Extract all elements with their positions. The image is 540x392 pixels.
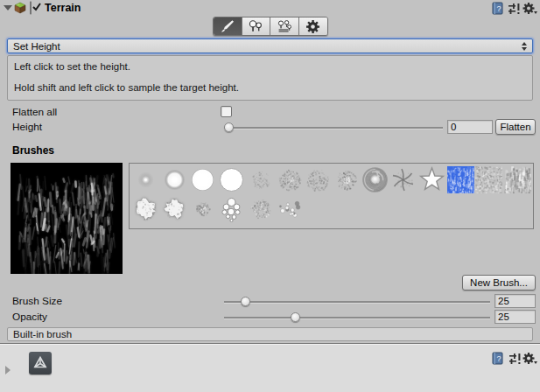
brush-swirl-cloud-thumbnail — [361, 166, 389, 193]
brush-asterisk-splat[interactable] — [389, 166, 417, 193]
details-grass-icon — [277, 18, 292, 34]
brush-round-speckle[interactable] — [304, 166, 331, 193]
terrain-tool-toolbar — [213, 17, 328, 36]
brush-sparse-dots-thumbnail — [276, 195, 303, 222]
presets-icon[interactable] — [508, 3, 522, 16]
popup-arrows-icon — [522, 42, 527, 51]
height-label: Height — [12, 121, 42, 133]
terrain-component-icon — [13, 1, 27, 18]
brush-soft-circle[interactable] — [161, 166, 188, 193]
brush-asterisk-splat-thumbnail — [389, 166, 417, 193]
paint-tool-dropdown[interactable]: Set Height — [7, 38, 533, 53]
brush-splat-scatter-thumbnail — [333, 166, 360, 193]
brush-soft-circle-small[interactable] — [132, 166, 159, 193]
brush-speck-cluster-thumbnail — [247, 195, 274, 222]
opacity-slider-track[interactable] — [224, 317, 490, 318]
brush-preview-image — [11, 163, 123, 274]
brush-hard-circle-thumbnail — [218, 166, 245, 193]
brush-small-scatter-thumbnail — [189, 195, 216, 222]
brush-soft-circle-thumbnail — [161, 166, 188, 193]
height-slider-track[interactable] — [224, 127, 443, 129]
settings-gear-icon[interactable] — [522, 353, 536, 366]
builtin-brush-box: Built-in brush — [7, 327, 533, 341]
brush-sparse-dots[interactable] — [276, 195, 303, 222]
brush-star-outline[interactable] — [418, 166, 445, 193]
brush-size-slider[interactable] — [224, 297, 490, 307]
brush-dense-speckle[interactable] — [276, 166, 303, 193]
help-book-icon[interactable]: ? — [491, 352, 505, 365]
component-title: Terrain — [45, 2, 81, 14]
terrain-settings-tool-button[interactable] — [299, 18, 327, 35]
brush-sparse-noise-thumbnail — [247, 166, 274, 193]
height-slider[interactable] — [224, 122, 443, 133]
help-book-icon[interactable]: ? — [491, 2, 505, 15]
help-line-1: Left click to set the height. — [14, 61, 130, 72]
brush-rough-texture-thumbnail — [475, 166, 502, 193]
brush-small-scatter[interactable] — [189, 195, 216, 222]
brush-palette — [129, 163, 534, 229]
paint-details-tool-button[interactable] — [270, 18, 299, 35]
brush-splat-scatter[interactable] — [333, 166, 360, 193]
brush-swirl-cloud[interactable] — [361, 166, 389, 193]
footer-foldout-arrow-icon[interactable] — [5, 366, 11, 374]
paint-terrain-tool-button[interactable] — [214, 18, 242, 35]
brush-speck-cluster[interactable] — [247, 195, 274, 222]
brush-circle-soft-edge-thumbnail — [189, 166, 216, 193]
flatten-button[interactable]: Flatten — [495, 119, 536, 135]
paint-tool-dropdown-value: Set Height — [13, 41, 60, 52]
gear-icon — [305, 19, 320, 34]
brush-circle-soft-edge[interactable] — [189, 166, 216, 193]
brush-size-value-field[interactable]: 25 — [494, 294, 536, 308]
component-enabled-checkbox[interactable] — [30, 1, 32, 15]
brush-rough-blob-thumbnail — [132, 195, 159, 222]
svg-text:?: ? — [496, 4, 501, 13]
settings-gear-icon[interactable] — [522, 3, 536, 16]
brush-noise-texture-selected-thumbnail — [447, 166, 474, 193]
builtin-brush-label: Built-in brush — [13, 329, 72, 340]
brush-dense-speckle-thumbnail — [276, 166, 303, 193]
opacity-label: Opacity — [12, 311, 47, 323]
paintbrush-icon — [220, 18, 235, 34]
brush-soft-circle-small-thumbnail — [132, 166, 159, 193]
brush-size-slider-thumb[interactable] — [241, 297, 250, 306]
brush-rough-blob[interactable] — [132, 195, 159, 222]
presets-icon[interactable] — [508, 353, 522, 366]
terrain-inspector: Terrain ? — [0, 0, 540, 392]
brush-rough-blob-2[interactable] — [161, 195, 188, 222]
help-box: Left click to set the height. Hold shift… — [7, 55, 533, 101]
brush-noise-texture-selected[interactable] — [447, 166, 474, 193]
height-slider-thumb[interactable] — [224, 122, 234, 132]
brush-size-slider-track[interactable] — [224, 301, 490, 303]
svg-text:?: ? — [496, 354, 501, 363]
opacity-slider[interactable] — [224, 312, 490, 323]
foldout-arrow-icon[interactable] — [4, 5, 12, 10]
new-brush-button[interactable]: New Brush... — [462, 275, 536, 290]
brush-bubble-cluster[interactable] — [218, 195, 245, 222]
opacity-slider-thumb[interactable] — [291, 312, 300, 322]
brush-round-speckle-thumbnail — [304, 166, 331, 193]
flatten-all-checkbox[interactable] — [221, 106, 232, 117]
trees-icon — [248, 18, 263, 34]
brush-streak-texture[interactable] — [504, 166, 531, 193]
paint-trees-tool-button[interactable] — [242, 18, 271, 35]
opacity-value-field[interactable]: 25 — [494, 310, 536, 324]
asset-footer: ? — [0, 344, 540, 392]
brush-rough-blob-2-thumbnail — [161, 195, 188, 222]
brush-size-label: Brush Size — [12, 295, 62, 307]
brushes-section-label: Brushes — [12, 144, 54, 157]
brush-bubble-cluster-thumbnail — [218, 195, 245, 222]
component-header: Terrain ? — [0, 0, 540, 16]
brush-hard-circle[interactable] — [218, 166, 245, 193]
brush-rough-texture[interactable] — [475, 166, 502, 193]
flatten-all-label: Flatten all — [12, 106, 57, 118]
help-line-2: Hold shift and left click to sample the … — [14, 82, 239, 93]
brush-star-outline-thumbnail — [418, 166, 445, 193]
unity-logo-icon — [29, 352, 52, 374]
height-value-field[interactable]: 0 — [447, 120, 493, 134]
brush-sparse-noise[interactable] — [247, 166, 274, 193]
brush-streak-texture-thumbnail — [504, 166, 531, 193]
